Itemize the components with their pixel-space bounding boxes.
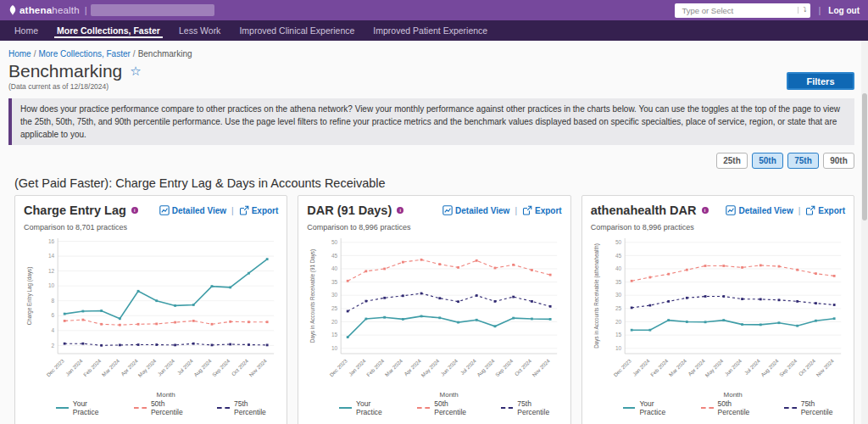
- svg-text:Oct 2024: Oct 2024: [230, 357, 249, 377]
- detailed-view-link[interactable]: Detailed View: [159, 205, 226, 215]
- legend-label: 75th Percentile: [801, 399, 845, 416]
- svg-text:2: 2: [52, 343, 55, 349]
- percentile-toggle-75th[interactable]: 75th: [787, 153, 819, 169]
- export-link[interactable]: Export: [522, 205, 562, 215]
- svg-text:6: 6: [52, 312, 55, 318]
- svg-text:20: 20: [331, 319, 338, 325]
- legend-label: Your Practice: [73, 399, 112, 416]
- chevron-down-icon: ⤵: [798, 7, 806, 14]
- legend-swatch: [417, 407, 430, 409]
- svg-text:Jan 2024: Jan 2024: [348, 357, 367, 377]
- legend-swatch: [784, 407, 797, 409]
- context-select[interactable]: Type or Select ⤵: [675, 3, 810, 18]
- legend-swatch: [623, 407, 636, 409]
- svg-text:45: 45: [331, 253, 338, 259]
- export-link[interactable]: Export: [805, 205, 845, 215]
- legend-label: Your Practice: [356, 399, 395, 416]
- legend-label: 50th Percentile: [434, 399, 478, 416]
- logout-link[interactable]: Log out: [828, 6, 860, 15]
- svg-text:Dec 2023: Dec 2023: [45, 357, 65, 377]
- svg-text:Jul 2024: Jul 2024: [175, 357, 194, 376]
- detailed-view-link[interactable]: Detailed View: [726, 205, 793, 215]
- card-actions: Detailed View|Export: [442, 205, 562, 215]
- legend-swatch: [217, 407, 230, 409]
- line-chart-icon: [159, 205, 170, 215]
- svg-text:4: 4: [52, 327, 55, 333]
- actions-divider: |: [231, 206, 234, 215]
- chart-title: DAR (91 Days): [307, 204, 392, 217]
- svg-text:16: 16: [48, 238, 55, 244]
- svg-text:Jun 2024: Jun 2024: [723, 357, 743, 377]
- svg-text:Sep 2024: Sep 2024: [777, 357, 798, 377]
- actions-divider: |: [515, 206, 517, 215]
- info-icon[interactable]: i: [702, 207, 709, 214]
- svg-text:Aug 2024: Aug 2024: [760, 357, 780, 377]
- export-label: Export: [818, 206, 845, 215]
- nav-item-improved-patient-experience[interactable]: Improved Patient Experience: [364, 20, 497, 41]
- svg-text:Days in Accounts Receivable (9: Days in Accounts Receivable (91 Days): [309, 249, 316, 343]
- export-link[interactable]: Export: [239, 205, 279, 215]
- svg-text:Oct 2024: Oct 2024: [514, 357, 533, 377]
- svg-text:Mar 2024: Mar 2024: [384, 357, 404, 377]
- info-icon[interactable]: i: [131, 207, 138, 214]
- svg-text:May 2024: May 2024: [420, 357, 442, 378]
- brand-light: health: [52, 5, 80, 15]
- breadcrumb-more-collections-faster[interactable]: More Collections, Faster: [38, 49, 130, 59]
- legend-item-your-practice: Your Practice: [623, 399, 679, 416]
- legend-item-50th-percentile: 50th Percentile: [417, 399, 478, 416]
- breadcrumb-home[interactable]: Home: [8, 49, 31, 59]
- export-icon: [239, 205, 249, 215]
- vertical-scrollbar: [861, 41, 868, 424]
- svg-text:Dec 2023: Dec 2023: [329, 357, 349, 377]
- card-actions: Detailed View|Export: [159, 205, 279, 215]
- context-select-placeholder: Type or Select: [682, 6, 733, 15]
- detailed-view-label: Detailed View: [738, 206, 793, 215]
- svg-text:15: 15: [331, 332, 338, 338]
- nav-item-more-collections-faster[interactable]: More Collections, Faster: [47, 20, 170, 41]
- percentile-toggle-90th[interactable]: 90th: [823, 153, 854, 169]
- brand-bold: athena: [19, 5, 52, 15]
- svg-text:35: 35: [615, 279, 622, 285]
- nav-item-home[interactable]: Home: [5, 20, 47, 41]
- svg-text:Jun 2024: Jun 2024: [156, 357, 175, 377]
- svg-text:25: 25: [331, 305, 338, 311]
- svg-text:40: 40: [331, 265, 338, 271]
- legend-swatch: [134, 407, 147, 409]
- svg-text:Oct 2024: Oct 2024: [797, 357, 816, 377]
- nav-item-improved-clinical-experience[interactable]: Improved Clinical Experience: [230, 20, 364, 41]
- filters-button[interactable]: Filters: [787, 72, 854, 90]
- favorite-star-icon[interactable]: ☆: [130, 64, 141, 79]
- svg-text:Month: Month: [440, 391, 459, 399]
- svg-text:Feb 2024: Feb 2024: [649, 357, 670, 377]
- scrollbar-thumb[interactable]: [862, 93, 867, 220]
- breadcrumb: Home/More Collections, Faster/Benchmarki…: [8, 41, 854, 59]
- svg-text:30: 30: [615, 292, 622, 298]
- svg-text:50: 50: [615, 239, 622, 245]
- card-header: Charge Entry LagiDetailed View|Export: [24, 204, 278, 217]
- legend-item-50th-percentile: 50th Percentile: [701, 399, 762, 416]
- athenahealth-logo: athenahealth: [8, 5, 80, 15]
- svg-text:Nov 2024: Nov 2024: [531, 357, 552, 377]
- comparison-note: Comparison to 8,996 practices: [307, 223, 561, 232]
- svg-text:Month: Month: [157, 391, 175, 399]
- legend-item-75th-percentile: 75th Percentile: [501, 399, 562, 416]
- legend-item-75th-percentile: 75th Percentile: [784, 399, 845, 416]
- detailed-view-link[interactable]: Detailed View: [442, 205, 509, 215]
- svg-text:Mar 2024: Mar 2024: [667, 357, 687, 377]
- legend-swatch: [56, 407, 69, 409]
- svg-text:Jul 2024: Jul 2024: [743, 357, 761, 376]
- svg-text:Sep 2024: Sep 2024: [494, 357, 515, 377]
- svg-text:Jun 2024: Jun 2024: [440, 357, 459, 377]
- svg-text:Aug 2024: Aug 2024: [192, 357, 213, 377]
- legend-item-75th-percentile: 75th Percentile: [217, 399, 278, 416]
- legend-item-50th-percentile: 50th Percentile: [134, 399, 195, 416]
- percentile-toggle-25th[interactable]: 25th: [716, 153, 748, 169]
- detailed-view-label: Detailed View: [455, 206, 509, 215]
- nav-item-less-work[interactable]: Less Work: [170, 20, 230, 41]
- info-icon[interactable]: i: [397, 207, 403, 214]
- svg-text:Feb 2024: Feb 2024: [82, 357, 103, 377]
- header-divider: |: [818, 5, 821, 15]
- svg-text:25: 25: [615, 305, 622, 311]
- svg-text:Month: Month: [723, 391, 742, 399]
- percentile-toggle-50th[interactable]: 50th: [752, 153, 783, 169]
